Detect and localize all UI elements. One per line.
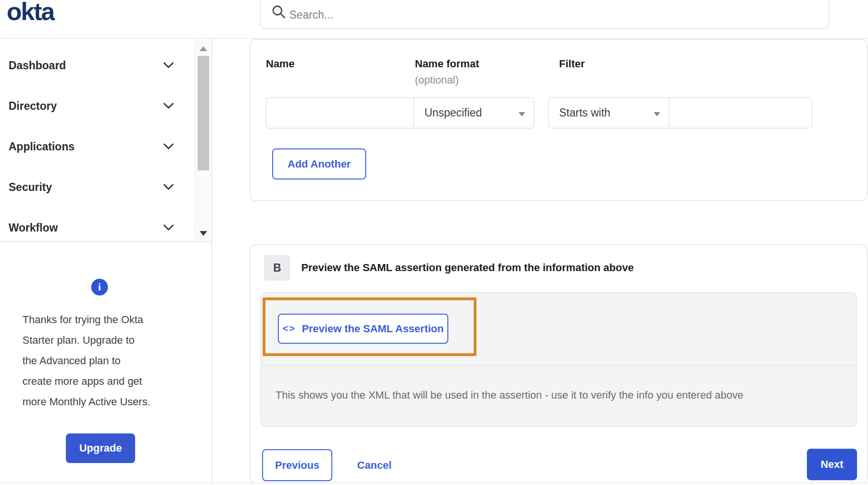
preview-button-label: Preview the SAML Assertion	[302, 323, 444, 335]
scroll-down-icon[interactable]	[200, 231, 207, 236]
scroll-up-icon[interactable]	[200, 46, 207, 51]
search-icon	[271, 4, 286, 20]
dropdown-caret-icon	[519, 112, 525, 116]
dropdown-caret-icon	[654, 112, 660, 116]
scrollbar-thumb[interactable]	[198, 56, 209, 170]
sidebar-item-label: Applications	[9, 140, 74, 153]
sidebar-item-label: Security	[9, 181, 52, 194]
sidebar-item-label: Directory	[9, 100, 57, 113]
attribute-statements-panel: Name Name format (optional) Filter Unspe…	[250, 39, 868, 201]
chevron-down-icon	[163, 62, 174, 69]
preview-assertion-box: <> Preview the SAML Assertion This shows…	[261, 293, 857, 427]
assertion-description: This shows you the XML that will be used…	[275, 389, 743, 401]
info-icon	[91, 279, 108, 295]
left-sidebar: Dashboard Directory Applications Securit…	[0, 39, 212, 483]
chevron-down-icon	[163, 103, 174, 109]
sidebar-item-directory[interactable]: Directory	[0, 93, 193, 119]
chevron-down-icon	[163, 143, 174, 150]
sidebar-item-label: Workflow	[9, 221, 58, 234]
name-format-select[interactable]: Unspecified	[413, 97, 534, 128]
filter-value-input[interactable]	[669, 97, 812, 128]
preview-saml-assertion-button[interactable]: <> Preview the SAML Assertion	[278, 314, 448, 344]
sidebar-item-label: Dashboard	[9, 59, 66, 72]
box-divider	[261, 365, 856, 366]
chevron-down-icon	[163, 184, 174, 190]
sidebar-scrollbar[interactable]	[195, 40, 211, 241]
previous-button[interactable]: Previous	[262, 449, 332, 481]
upgrade-button[interactable]: Upgrade	[66, 433, 135, 463]
cancel-button[interactable]: Cancel	[357, 449, 392, 481]
attribute-name-input[interactable]	[266, 97, 413, 128]
trial-notice-text: Thanks for trying the Okta Starter plan.…	[22, 309, 185, 412]
filter-column-label: Filter	[559, 58, 585, 70]
filter-operator-select[interactable]: Starts with	[548, 97, 669, 128]
sidebar-item-applications[interactable]: Applications	[0, 133, 193, 160]
page-bottom-divider	[0, 483, 868, 483]
step-b-badge: B	[264, 255, 290, 281]
sidebar-nav: Dashboard Directory Applications Securit…	[0, 39, 212, 242]
global-search-box	[260, 0, 829, 29]
code-brackets-icon: <>	[283, 323, 296, 334]
add-another-button[interactable]: Add Another	[272, 148, 366, 179]
optional-hint: (optional)	[415, 74, 459, 86]
search-input[interactable]	[289, 5, 767, 24]
sidebar-item-workflow[interactable]: Workflow	[0, 214, 193, 241]
name-format-column-label: Name format	[415, 58, 479, 70]
sidebar-item-dashboard[interactable]: Dashboard	[0, 52, 193, 79]
name-column-label: Name	[266, 58, 295, 70]
okta-logo: okta	[7, 0, 54, 26]
filter-operator-value: Starts with	[559, 106, 610, 119]
preview-section-heading: Preview the SAML assertion generated fro…	[301, 262, 634, 274]
sidebar-item-security[interactable]: Security	[0, 174, 193, 200]
preview-assertion-panel: B Preview the SAML assertion generated f…	[250, 244, 868, 483]
name-format-value: Unspecified	[424, 106, 482, 119]
next-button[interactable]: Next	[807, 449, 857, 480]
chevron-down-icon	[163, 224, 174, 231]
